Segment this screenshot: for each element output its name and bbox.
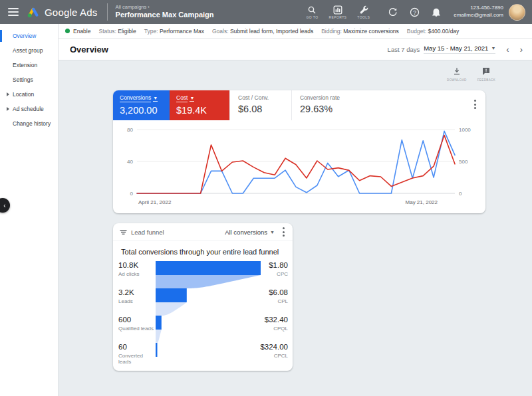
budget-field: Budget: $400.00/day xyxy=(407,28,459,35)
y-axis-tick: 80 xyxy=(127,127,133,133)
sidebar-item-extension[interactable]: Extension xyxy=(0,58,58,72)
cost-line xyxy=(137,136,455,193)
sidebar-item-label: Extension xyxy=(13,62,37,68)
x-axis-start-label: April 21, 2022 xyxy=(138,199,172,205)
sidebar-item-asset-group[interactable]: Asset group xyxy=(0,43,58,58)
stage-cost-metric: CPL xyxy=(269,298,288,304)
account-email: emailme@gmail.com xyxy=(454,12,503,19)
funnel-bar xyxy=(156,343,158,357)
scorecard-cost[interactable]: Cost▼ $19.4K xyxy=(170,90,229,120)
funnel-body: 10.8K Ad clicks 3.2K Leads 600 Qualified… xyxy=(113,258,293,366)
stage-cost-metric: CPQL xyxy=(265,326,288,332)
next-period-button[interactable]: › xyxy=(520,45,523,54)
topbar-nav: GO TO REPORTS TOOLS xyxy=(307,5,370,19)
content-area: DOWNLOAD FEEDBACK xyxy=(59,60,532,396)
sidebar-item-label: Change history xyxy=(13,120,51,127)
scorecard-conversion-rate[interactable]: Conversion rate 29.63% xyxy=(291,90,353,120)
funnel-card-header: Lead funnel All conversions ▼ xyxy=(113,223,293,241)
scorecard-conversions[interactable]: Conversions▼ 3,200.00 xyxy=(113,90,170,120)
breadcrumb: All campaigns › Performance Max Campaign xyxy=(116,4,214,19)
scorecard-label: Cost / Conv. xyxy=(238,94,285,101)
sidebar-item-label: Ad schedule xyxy=(13,106,44,112)
date-range-selector[interactable]: May 15 - May 21, 2021 ▼ xyxy=(424,45,495,54)
scorecard-label: Conversions xyxy=(120,94,151,102)
content-actions: DOWNLOAD FEEDBACK xyxy=(447,66,495,82)
enable-toggle[interactable]: Enable xyxy=(65,28,90,35)
status-field: Status: Eligible xyxy=(98,28,136,35)
stage-count: 60 xyxy=(118,343,156,351)
y-axis-tick: 40 xyxy=(127,159,133,165)
sidebar-item-label: Asset group xyxy=(13,47,43,54)
chevron-down-icon: ▼ xyxy=(190,96,194,102)
search-icon xyxy=(307,5,317,15)
download-icon xyxy=(453,66,461,78)
sidebar-item-ad-schedule[interactable]: Ad schedule xyxy=(0,102,58,116)
stage-count: 3.2K xyxy=(118,288,156,297)
x-axis-end-label: May 21, 2022 xyxy=(406,199,438,205)
go-to-label: GO TO xyxy=(307,15,319,19)
help-button[interactable]: ? xyxy=(410,7,420,17)
feedback-button[interactable]: FEEDBACK xyxy=(477,66,495,82)
refresh-button[interactable] xyxy=(388,7,398,17)
conversions-line xyxy=(137,131,455,193)
tools-label: TOOLS xyxy=(357,15,370,19)
funnel-title: Total conversions through your entire le… xyxy=(113,241,293,258)
brand-name: Google Ads xyxy=(45,7,98,18)
sidebar: Overview Asset group Extension Settings … xyxy=(0,24,59,396)
lead-funnel-card: Lead funnel All conversions ▼ Total conv… xyxy=(113,223,293,371)
tools-button[interactable]: TOOLS xyxy=(357,5,370,19)
feedback-label: FEEDBACK xyxy=(477,78,495,82)
funnel-card-title: Lead funnel xyxy=(131,229,164,236)
sidebar-item-label: Location xyxy=(13,91,34,98)
sidebar-item-settings[interactable]: Settings xyxy=(0,72,58,87)
account-phone: 123-456-7890 xyxy=(454,5,503,12)
chevron-down-icon: ▼ xyxy=(153,96,158,102)
chevron-down-icon: ▼ xyxy=(270,230,275,235)
trend-chart: 80 40 0 1000 500 0 April 21, 2022 May 21… xyxy=(113,120,485,212)
stage-label: Converted leads xyxy=(118,353,156,365)
campaign-title: Performance Max Campaign xyxy=(116,11,214,20)
funnel-stage-ad-clicks: 10.8K Ad clicks xyxy=(118,261,156,277)
wrench-icon xyxy=(359,5,368,15)
chevron-down-icon: ▼ xyxy=(491,46,495,50)
stage-count: 600 xyxy=(118,316,156,324)
breadcrumb-parent[interactable]: All campaigns › xyxy=(116,4,214,10)
funnel-connector xyxy=(156,302,187,316)
funnel-bar xyxy=(156,288,187,302)
y-axis-tick: 0 xyxy=(130,191,134,197)
download-button[interactable]: DOWNLOAD xyxy=(447,66,467,82)
top-app-bar: Google Ads All campaigns › Performance M… xyxy=(0,0,532,24)
account-info[interactable]: 123-456-7890 emailme@gmail.com xyxy=(454,5,503,19)
previous-period-button[interactable]: ‹ xyxy=(506,45,509,54)
funnel-cost-cpcl: $324.00 CPCL xyxy=(260,343,288,359)
menu-icon[interactable] xyxy=(8,8,19,16)
funnel-chart-canvas xyxy=(156,260,266,359)
chart-overflow-menu[interactable] xyxy=(473,98,477,110)
funnel-connector xyxy=(156,275,261,288)
feedback-icon xyxy=(482,66,490,78)
sidebar-item-overview[interactable]: Overview xyxy=(0,29,58,43)
sidebar-item-location[interactable]: Location xyxy=(0,87,58,102)
go-to-button[interactable]: GO TO xyxy=(307,5,319,19)
notifications-bell-icon[interactable] xyxy=(432,7,441,17)
funnel-stage-leads: 3.2K Leads xyxy=(118,288,156,304)
download-label: DOWNLOAD xyxy=(447,78,467,82)
sidebar-item-change-history[interactable]: Change history xyxy=(0,116,58,131)
type-field: Type: Performance Max xyxy=(144,28,204,35)
stage-cost-metric: CPCL xyxy=(260,353,288,359)
funnel-bar xyxy=(156,316,162,330)
scorecard-cost-per-conv[interactable]: Cost / Conv. $6.08 xyxy=(229,90,291,120)
y2-axis-tick: 0 xyxy=(459,191,462,197)
filter-icon xyxy=(120,226,127,238)
avatar[interactable] xyxy=(509,4,525,21)
reports-button[interactable]: REPORTS xyxy=(329,5,346,19)
date-preset-label: Last 7 days xyxy=(388,46,420,53)
date-range-value: May 15 - May 21, 2021 xyxy=(424,45,488,52)
stage-cost: $1.80 xyxy=(269,261,288,270)
stage-cost-metric: CPC xyxy=(269,271,288,277)
stage-cost: $32.40 xyxy=(265,316,288,324)
funnel-overflow-menu[interactable] xyxy=(281,226,286,238)
conversions-filter-dropdown[interactable]: All conversions ▼ xyxy=(225,229,275,236)
stage-label: Qualified leads xyxy=(118,326,156,332)
sidebar-item-label: Overview xyxy=(13,33,36,39)
